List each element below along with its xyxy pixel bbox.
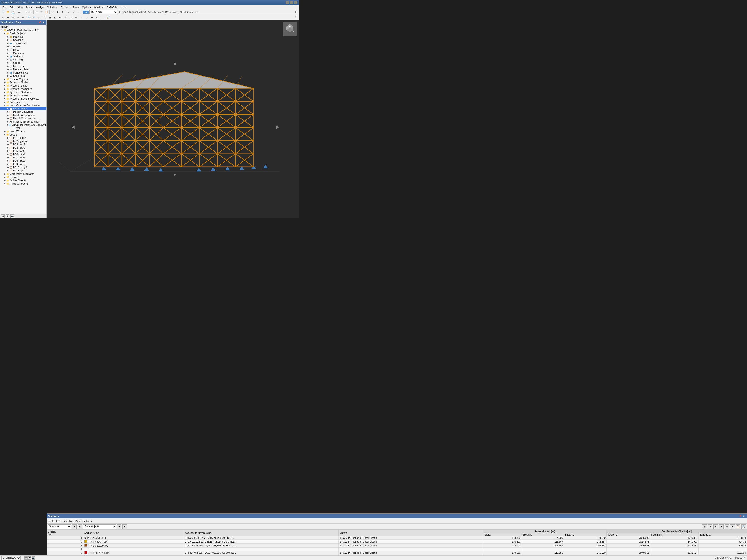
- cut-btn[interactable]: ✂: [34, 10, 39, 15]
- menu-window[interactable]: Window: [93, 6, 105, 9]
- expand-lc[interactable]: ▶: [6, 107, 9, 110]
- nav-line-sets[interactable]: ▶ ╱ Line Sets: [0, 64, 47, 68]
- nav-lc11[interactable]: ▶ 📋 LC11 - p: [0, 169, 47, 172]
- nav-types-nodes[interactable]: ▶ 📁 Types for Nodes: [0, 81, 47, 84]
- tb2-btn1[interactable]: ◻: [1, 15, 5, 20]
- tb2-view-side[interactable]: ◧: [53, 15, 57, 20]
- expand-loads[interactable]: ▼: [3, 133, 6, 136]
- nav-surface-sets[interactable]: ▶ ▣ Surface Sets: [0, 71, 47, 74]
- expand-lc3[interactable]: ▶: [6, 143, 9, 146]
- tb2-lines[interactable]: ⟋: [85, 15, 89, 20]
- nav-close-btn[interactable]: ✕: [42, 21, 45, 24]
- expand-msets[interactable]: ▶: [6, 68, 9, 71]
- expand-model[interactable]: ▼: [0, 29, 3, 31]
- axis-cube[interactable]: +X Y Z: [283, 22, 297, 36]
- expand-ws[interactable]: ▼: [6, 124, 9, 126]
- expand-wa1[interactable]: [10, 127, 12, 130]
- tb2-loads[interactable]: ↓: [101, 15, 105, 20]
- nav-printout[interactable]: ▶ 📁 Printout Reports: [0, 182, 47, 185]
- nav-lc5[interactable]: ▶ 📋 LC5 - w,x2: [0, 149, 47, 153]
- menu-view[interactable]: View: [16, 6, 25, 9]
- expand-lco[interactable]: ▶: [6, 114, 9, 116]
- menu-options[interactable]: Options: [80, 6, 92, 9]
- nav-loads[interactable]: ▼ 📂 Loads: [0, 133, 47, 136]
- nav-types-lines[interactable]: ▶ 📁 Types for Lines: [0, 84, 47, 87]
- settings-btn[interactable]: ⚙: [293, 10, 298, 15]
- expand-sssets[interactable]: ▶: [6, 71, 9, 74]
- nav-solid-sets[interactable]: ▶ ◆ Solid Sets: [0, 74, 47, 77]
- tb2-btn5[interactable]: ⊠: [20, 15, 25, 20]
- expand-lc6[interactable]: ▶: [6, 153, 9, 156]
- tb2-members[interactable]: ▬: [89, 15, 94, 20]
- copy-btn[interactable]: ⎘: [39, 10, 44, 15]
- expand-lc9[interactable]: ▶: [6, 163, 9, 165]
- expand-rc[interactable]: ▶: [6, 117, 9, 120]
- nav-lines[interactable]: ▶ ╱ Lines: [0, 48, 47, 51]
- rotate-btn[interactable]: ↻: [60, 10, 65, 15]
- menu-calculate[interactable]: Calculate: [46, 6, 59, 9]
- expand-tm[interactable]: ▶: [3, 87, 6, 90]
- nav-lc8[interactable]: ▶ 📋 LC8 - st,y1: [0, 159, 47, 162]
- nav-lc4[interactable]: ▶ 📋 LC4 - st,x1: [0, 146, 47, 149]
- expand-surfaces[interactable]: ▶: [6, 55, 9, 58]
- nav-wind-sim[interactable]: ▼ 💨 Wind Simulation Analysis Settings: [0, 123, 47, 127]
- move-btn[interactable]: ✥: [55, 10, 60, 15]
- nav-load-wizards[interactable]: ▶ 📁 Load Wizards: [0, 130, 47, 133]
- expand-tl[interactable]: ▶: [3, 84, 6, 87]
- tb2-zoom-in[interactable]: 🔍: [27, 15, 31, 20]
- nav-lc2[interactable]: ▶ 📋 LC2 - g max: [0, 139, 47, 143]
- nav-load-cases-comb[interactable]: ▼ 📂 Load Cases & Combinations: [0, 104, 47, 107]
- paste-btn[interactable]: 📋: [44, 10, 49, 15]
- expand-members[interactable]: ▶: [6, 52, 9, 54]
- expand-ts[interactable]: ▶: [3, 91, 6, 94]
- tb2-btn3[interactable]: ⊞: [10, 15, 15, 20]
- nav-member-sets[interactable]: ▶ ═ Member Sets: [0, 68, 47, 71]
- nav-load-combinations[interactable]: ▶ 📋 Load Combinations: [0, 113, 47, 117]
- nav-imperfections[interactable]: ▶ 📁 Imperfections: [0, 100, 47, 104]
- nav-types-special[interactable]: ▶ 📁 Types for Special Objects: [0, 97, 47, 100]
- expand-openings[interactable]: ▶: [6, 58, 9, 61]
- menu-insert[interactable]: Insert: [25, 6, 34, 9]
- nav-lc9[interactable]: ▶ 📋 LC9 - w,y2: [0, 162, 47, 166]
- close-button[interactable]: ✕: [294, 1, 298, 4]
- nav-lc7[interactable]: ▶ 📋 LC7 - w,y1: [0, 156, 47, 159]
- menu-cad-bim[interactable]: CAD-BIM: [105, 6, 119, 9]
- tb2-view-3d[interactable]: ◈: [57, 15, 62, 20]
- menu-assign[interactable]: Assign: [34, 6, 45, 9]
- expand-go[interactable]: ▶: [3, 179, 6, 182]
- tb2-supports[interactable]: ▲: [95, 15, 99, 20]
- expand-lines[interactable]: ▶: [6, 48, 9, 51]
- expand-lc4[interactable]: ▶: [6, 146, 9, 149]
- nav-types-solids[interactable]: ▶ 📁 Types for Solids: [0, 94, 47, 97]
- nav-load-cases[interactable]: ▶ 📋 Load Cases: [0, 107, 47, 110]
- expand-solidsets[interactable]: ▶: [6, 75, 9, 77]
- expand-res[interactable]: ▶: [3, 176, 6, 179]
- member-btn[interactable]: ═: [76, 10, 81, 15]
- nav-materials[interactable]: ▶ ▦ Materials: [0, 35, 47, 38]
- nav-types-members[interactable]: ▶ 📁 Types for Members: [0, 87, 47, 90]
- expand-basic[interactable]: ▼: [3, 32, 6, 35]
- expand-lc8[interactable]: ▶: [6, 159, 9, 162]
- expand-lc7[interactable]: ▶: [6, 156, 9, 159]
- nav-sections[interactable]: ▶ ╪ Sections: [0, 38, 47, 42]
- nav-lc1[interactable]: ▶ 📋 LC1 - g min: [0, 136, 47, 139]
- expand-lsets[interactable]: ▶: [6, 64, 9, 68]
- nav-lc3[interactable]: ▶ 📋 LC3 - w,x1: [0, 143, 47, 146]
- menu-file[interactable]: File: [1, 6, 8, 9]
- expand-pr[interactable]: ▶: [3, 182, 6, 185]
- expand-lc5[interactable]: ▶: [6, 150, 9, 152]
- tb2-hidden[interactable]: ◍: [74, 15, 78, 20]
- nav-static-analysis[interactable]: ▶ ⚙ Static Analysis Settings: [0, 120, 47, 123]
- nav-thicknesses[interactable]: ▶ ▬ Thicknesses: [0, 42, 47, 45]
- nav-calc-diagrams[interactable]: ▶ 📁 Calculation Diagrams: [0, 172, 47, 176]
- expand-cd[interactable]: ▶: [3, 172, 6, 175]
- tb2-view-front[interactable]: ▣: [48, 15, 52, 20]
- nav-wa1[interactable]: 📄 WA1: [0, 127, 47, 130]
- maximize-button[interactable]: □: [290, 1, 293, 4]
- minimize-button[interactable]: ─: [286, 1, 289, 4]
- expand-tn[interactable]: ▶: [3, 81, 6, 84]
- expand-lc10[interactable]: ▶: [6, 166, 9, 169]
- node-btn[interactable]: ●: [67, 10, 71, 15]
- expand-imp[interactable]: ▶: [3, 101, 6, 103]
- expand-mat[interactable]: ▶: [6, 35, 9, 38]
